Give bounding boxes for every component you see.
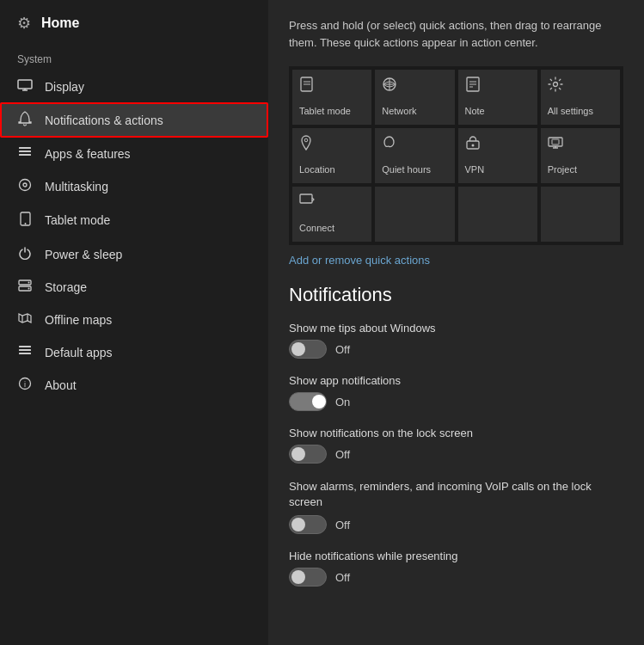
svg-point-6: [20, 180, 31, 191]
svg-point-32: [304, 138, 308, 142]
toggle-row-presenting: Hide notifications while presenting Off: [289, 550, 623, 587]
quick-action-note[interactable]: Note: [458, 70, 537, 125]
sidebar-item-default-apps-label: Default apps: [45, 346, 113, 359]
quick-action-quiet-hours-icon: [382, 135, 397, 153]
toggle-presenting-knob: [291, 570, 305, 584]
svg-rect-16: [19, 346, 31, 347]
svg-text:i: i: [24, 380, 26, 389]
toggle-tips[interactable]: [289, 340, 327, 359]
quick-action-project-label: Project: [548, 164, 577, 175]
quick-action-tablet-mode-label: Tablet mode: [299, 106, 351, 116]
sidebar-header: ⚙ Home: [0, 0, 268, 46]
main-intro-text: Press and hold (or select) quick actions…: [289, 17, 623, 51]
quick-action-quiet-hours[interactable]: Quiet hours: [375, 128, 454, 183]
quick-actions-grid: Tablet mode Network: [289, 66, 623, 245]
default-apps-icon: [17, 345, 33, 359]
sidebar-item-about[interactable]: i About: [0, 368, 268, 402]
quick-action-project[interactable]: Project: [541, 128, 620, 183]
sidebar-item-apps-features[interactable]: Apps & features: [0, 138, 268, 169]
sidebar-item-tablet-label: Tablet mode: [45, 213, 110, 227]
quick-action-tablet-mode-icon: [299, 77, 315, 96]
quick-action-all-settings[interactable]: All settings: [541, 70, 620, 125]
quick-action-empty-3: [541, 187, 620, 242]
home-icon: ⚙: [17, 14, 31, 33]
toggle-tips-state: Off: [335, 343, 350, 356]
quick-action-vpn-icon: [465, 135, 481, 155]
quick-action-note-label: Note: [465, 106, 485, 116]
toggle-presenting[interactable]: [289, 568, 327, 587]
toggle-alarms-knob: [291, 518, 305, 531]
quick-action-network-label: Network: [382, 106, 416, 116]
toggle-app-notifications-control: On: [289, 392, 623, 411]
svg-rect-3: [19, 147, 31, 149]
notifications-title: Notifications: [289, 284, 623, 306]
quick-action-location-label: Location: [299, 164, 335, 175]
toggle-presenting-state: Off: [335, 571, 350, 584]
svg-rect-36: [552, 139, 559, 144]
toggle-lock-screen-state: Off: [335, 448, 350, 461]
quick-action-connect-icon: [299, 194, 315, 212]
quick-action-vpn-label: VPN: [465, 164, 485, 175]
sidebar-item-storage-label: Storage: [45, 280, 87, 294]
sidebar-item-offline-maps[interactable]: Offline maps: [0, 303, 268, 336]
svg-rect-17: [19, 349, 31, 351]
power-icon: [17, 246, 33, 262]
quick-action-empty-2: [458, 187, 537, 242]
toggle-lock-screen-control: Off: [289, 445, 623, 464]
toggle-presenting-label: Hide notifications while presenting: [289, 550, 623, 562]
sidebar-item-power-label: Power & sleep: [45, 248, 122, 261]
quick-action-project-icon: [548, 135, 563, 153]
quick-action-note-icon: [465, 77, 481, 96]
sidebar-item-apps-label: Apps & features: [45, 147, 131, 161]
svg-rect-18: [19, 353, 31, 354]
toggle-row-lock-screen: Show notifications on the lock screen Of…: [289, 427, 623, 464]
add-remove-link[interactable]: Add or remove quick actions: [289, 254, 623, 267]
toggle-app-notifications-knob: [312, 395, 326, 408]
sidebar-item-notifications[interactable]: Notifications & actions: [0, 102, 268, 138]
toggle-lock-screen-knob: [291, 447, 305, 461]
sidebar-item-default-apps[interactable]: Default apps: [0, 336, 268, 368]
svg-point-31: [553, 83, 557, 87]
quick-action-network[interactable]: Network: [375, 70, 454, 125]
sidebar-item-tablet-mode[interactable]: Tablet mode: [0, 203, 268, 237]
quick-action-connect[interactable]: Connect: [292, 187, 371, 242]
quick-action-location[interactable]: Location: [292, 128, 371, 183]
quick-action-connect-label: Connect: [299, 223, 334, 233]
quick-action-all-settings-icon: [548, 77, 563, 96]
svg-rect-0: [18, 80, 32, 89]
toggle-app-notifications-label: Show app notifications: [289, 374, 623, 387]
quick-action-location-icon: [299, 135, 313, 155]
svg-rect-39: [300, 194, 312, 203]
notifications-icon: [17, 111, 33, 129]
sidebar-section-label: System: [0, 46, 268, 71]
sidebar-item-multitasking[interactable]: Multitasking: [0, 169, 268, 203]
toggle-row-alarms: Show alarms, reminders, and incoming VoI…: [289, 479, 623, 534]
sidebar-item-power-sleep[interactable]: Power & sleep: [0, 237, 268, 271]
toggle-tips-knob: [291, 342, 305, 356]
toggle-app-notifications[interactable]: [289, 392, 327, 411]
toggle-presenting-control: Off: [289, 568, 623, 587]
sidebar-item-maps-label: Offline maps: [45, 313, 112, 327]
sidebar: ⚙ Home System Display Notifications & ac…: [0, 0, 268, 645]
quick-action-empty-1: [375, 187, 454, 242]
main-content: Press and hold (or select) quick actions…: [268, 0, 644, 645]
multitasking-icon: [17, 178, 33, 194]
tablet-icon: [17, 212, 33, 229]
sidebar-item-display[interactable]: Display: [0, 71, 268, 102]
quick-action-network-icon: [382, 77, 397, 96]
sidebar-item-multitasking-label: Multitasking: [45, 180, 108, 194]
sidebar-item-display-label: Display: [45, 80, 84, 94]
toggle-tips-control: Off: [289, 340, 623, 359]
svg-point-34: [471, 144, 474, 147]
toggle-alarms[interactable]: [289, 515, 327, 534]
sidebar-item-storage[interactable]: Storage: [0, 271, 268, 303]
toggle-app-notifications-state: On: [335, 396, 350, 408]
quick-action-vpn[interactable]: VPN: [458, 128, 537, 183]
sidebar-item-about-label: About: [45, 378, 77, 392]
quick-action-tablet-mode[interactable]: Tablet mode: [292, 70, 371, 125]
sidebar-title: Home: [41, 15, 79, 31]
storage-icon: [17, 280, 33, 294]
toggle-alarms-control: Off: [289, 515, 623, 534]
quick-action-all-settings-label: All settings: [548, 106, 593, 116]
toggle-lock-screen[interactable]: [289, 445, 327, 464]
